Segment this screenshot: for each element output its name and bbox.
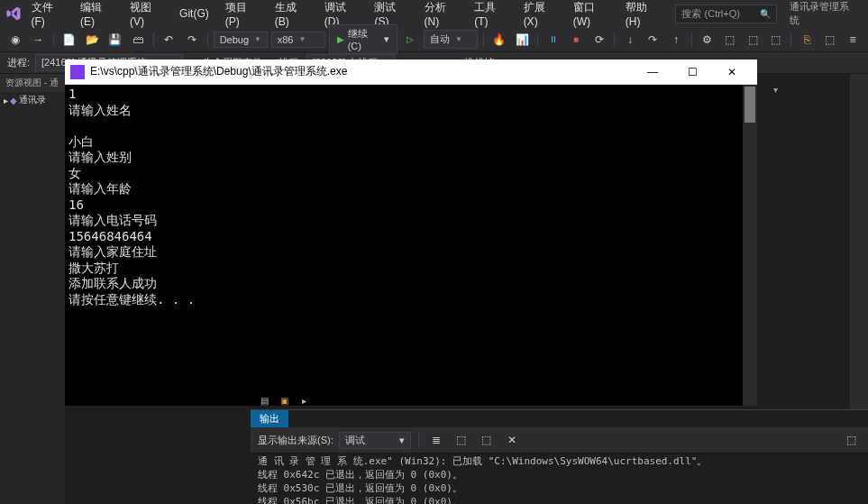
menu-analyze[interactable]: 分析(N): [417, 0, 466, 32]
output-tool-icon[interactable]: ⬚: [452, 430, 471, 450]
step-into-icon[interactable]: ↓: [620, 30, 639, 50]
console-body: 1 请输入姓名 小白 请输入姓别 女 请输入年龄 16 请输入电话号码 1564…: [65, 85, 757, 406]
output-tool-icon[interactable]: ≣: [426, 430, 446, 450]
close-button[interactable]: ✕: [712, 60, 752, 85]
menu-project[interactable]: 项目(P): [218, 0, 266, 32]
output-panel: 输出 显示输出来源(S): 调试▾ ≣ ⬚ ⬚ ✕ ⬚ 通 讯 录 管 理 系 …: [251, 409, 868, 504]
play-icon: ▶: [337, 34, 344, 44]
output-source-label: 显示输出来源(S):: [258, 434, 333, 447]
console-app-icon: [70, 65, 85, 79]
chevron-down-icon: ▼: [455, 35, 462, 43]
step-over-icon[interactable]: ↷: [644, 30, 662, 50]
vs-logo-icon: [5, 5, 23, 23]
pause-icon[interactable]: ⏸: [544, 30, 562, 50]
open-icon[interactable]: 📂: [82, 30, 101, 50]
separator: [207, 32, 208, 47]
scrollbar[interactable]: [743, 85, 757, 406]
search-icon: 🔍: [760, 9, 771, 19]
console-text: 1 请输入姓名 小白 请输入姓别 女 请输入年龄 16 请输入电话号码 1564…: [65, 85, 757, 309]
output-source-dropdown[interactable]: 调试▾: [339, 432, 411, 449]
tool-icon[interactable]: ≡: [843, 30, 862, 50]
step-out-icon[interactable]: ↑: [666, 30, 685, 50]
tool-icon[interactable]: ⬚: [720, 30, 739, 50]
chevron-down-icon: ▾: [384, 33, 389, 45]
output-toolbar: 显示输出来源(S): 调试▾ ≣ ⬚ ⬚ ✕ ⬚: [251, 427, 868, 454]
clear-icon[interactable]: ✕: [502, 430, 522, 450]
project-icon: ◆: [10, 96, 17, 105]
platform-dropdown[interactable]: x86▼: [271, 32, 325, 48]
tool-icon[interactable]: ⚙: [698, 30, 717, 50]
separator: [153, 32, 154, 47]
search-input[interactable]: 搜索 (Ctrl+Q) 🔍: [675, 5, 776, 23]
menu-window[interactable]: 窗口(W): [566, 0, 617, 32]
separator: [691, 32, 692, 47]
chevron-down-icon: ▼: [298, 35, 306, 43]
search-placeholder: 搜索 (Ctrl+Q): [681, 7, 739, 21]
console-title: E:\vs\cpp\通讯录管理系统\Debug\通讯录管理系统.exe: [90, 64, 633, 79]
separator: [537, 32, 538, 47]
separator: [483, 32, 484, 47]
menu-view[interactable]: 视图(V): [123, 0, 170, 32]
redo-icon[interactable]: ↷: [182, 30, 201, 50]
tab-icon[interactable]: ▸: [296, 393, 312, 408]
solution-name: 通讯录管理系统: [781, 0, 863, 27]
maximize-button[interactable]: ☐: [672, 60, 712, 85]
menu-bar: 文件(F) 编辑(E) 视图(V) Git(G) 项目(P) 生成(B) 调试(…: [0, 0, 868, 27]
config-dropdown[interactable]: Debug▼: [214, 32, 268, 48]
process-label: 进程:: [7, 56, 30, 69]
save-icon[interactable]: 💾: [105, 30, 124, 50]
save-all-icon[interactable]: 🗃: [128, 30, 147, 50]
chevron-down-icon: ▾: [399, 435, 405, 446]
console-window: E:\vs\cpp\通讯录管理系统\Debug\通讯录管理系统.exe — ☐ …: [65, 60, 757, 406]
live-share-icon[interactable]: ⎘: [797, 30, 816, 50]
auto-dropdown[interactable]: 自动▼: [424, 30, 478, 49]
tool-tabs: ▤ ▣ ▸: [251, 391, 317, 409]
console-titlebar[interactable]: E:\vs\cpp\通讯录管理系统\Debug\通讯录管理系统.exe — ☐ …: [65, 60, 757, 85]
output-logs: 通 讯 录 管 理 系 统.exe" (Win32): 已加载 "C:\Wind…: [251, 454, 868, 504]
tool-icon[interactable]: ⬚: [820, 30, 839, 50]
restart-icon[interactable]: ⟳: [589, 30, 608, 50]
separator: [614, 32, 615, 47]
tree-item[interactable]: ▸ ◆ 通讯录: [0, 92, 65, 108]
tab-icon[interactable]: ▤: [256, 393, 272, 408]
menu-file[interactable]: 文件(F): [24, 0, 71, 32]
right-dropdown[interactable]: ▾: [773, 85, 778, 95]
new-file-icon[interactable]: 📄: [59, 30, 78, 50]
main-toolbar: ◉ → 📄 📂 💾 🗃 ↶ ↷ Debug▼ x86▼ ▶继续(C)▾ ▷ 自动…: [0, 27, 868, 52]
menu-build[interactable]: 生成(B): [268, 0, 315, 32]
tool-icon[interactable]: ⬚: [744, 30, 763, 50]
separator: [418, 433, 419, 447]
flame-icon[interactable]: 🔥: [489, 30, 508, 50]
menu-help[interactable]: 帮助(H): [618, 0, 667, 32]
chart-icon[interactable]: 📊: [512, 30, 531, 50]
stop-icon[interactable]: ■: [566, 30, 585, 50]
continue-button[interactable]: ▶继续(C)▾: [329, 24, 397, 54]
separator: [53, 32, 54, 47]
tree-item-label: 通讯录: [19, 94, 46, 106]
resource-view-panel: 资源视图 - 通 ▸ ◆ 通讯录: [0, 74, 65, 504]
menu-edit[interactable]: 编辑(E): [73, 0, 121, 32]
output-tool-icon[interactable]: ⬚: [841, 430, 861, 450]
nav-back-icon[interactable]: ◉: [5, 30, 24, 50]
menu-tools[interactable]: 工具(T): [467, 0, 514, 32]
nav-fwd-icon[interactable]: →: [28, 30, 47, 50]
output-tab[interactable]: 输出: [251, 410, 288, 427]
chevron-down-icon: ▼: [254, 35, 261, 43]
separator: [790, 32, 791, 47]
menu-git[interactable]: Git(G): [172, 4, 216, 23]
start-no-debug-icon[interactable]: ▷: [401, 30, 420, 50]
menu-extensions[interactable]: 扩展(X): [516, 0, 564, 32]
tool-icon[interactable]: ⬚: [766, 30, 785, 50]
chevron-right-icon: ▸: [4, 96, 8, 105]
output-tool-icon[interactable]: ⬚: [477, 430, 497, 450]
undo-icon[interactable]: ↶: [160, 30, 178, 50]
panel-title: 资源视图 - 通: [0, 74, 65, 92]
scrollbar-thumb[interactable]: [745, 87, 755, 123]
right-dock-strip[interactable]: [850, 74, 868, 435]
minimize-button[interactable]: —: [633, 60, 672, 85]
tab-icon[interactable]: ▣: [276, 393, 292, 408]
